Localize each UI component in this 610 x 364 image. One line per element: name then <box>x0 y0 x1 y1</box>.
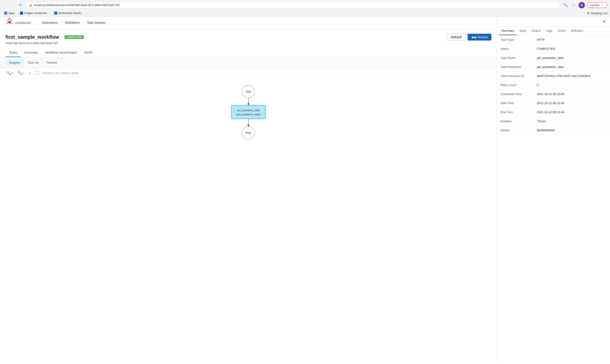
browser-toolbar: ← → ↻ 🔒 localhost:5000/execution/34587d6… <box>0 0 610 10</box>
detail-label: Scheduled Time <box>501 92 537 96</box>
logo-icon <box>5 18 13 28</box>
profile-button[interactable]: B <box>579 2 585 8</box>
forward-button[interactable]: → <box>10 2 16 8</box>
reading-list-label: Reading List <box>591 12 607 15</box>
detail-table: Task Type HTTP Status COMPLETED Task Nam… <box>497 35 610 135</box>
detail-value: 741ms <box>537 119 606 123</box>
side-tab-input[interactable]: Input <box>517 27 529 35</box>
restart-button[interactable]: ◀◀ Restart <box>467 34 491 40</box>
detail-row: Status COMPLETED <box>497 44 610 53</box>
sub-tab-diagram[interactable]: Diagram <box>5 60 24 66</box>
side-panel: ✕ Summary Input Output Logs JSON Definit… <box>497 16 610 363</box>
nav-links: Executions Definitions Task Queues <box>39 16 109 29</box>
apps-label: Apps <box>8 12 14 15</box>
detail-label: Retry Count <box>501 83 537 87</box>
bookmark-button[interactable]: ☆ <box>570 2 577 8</box>
tab-tasks[interactable]: Tasks <box>5 48 21 57</box>
workflow-title-row: first_sample_workflow COMPLETED Refresh … <box>5 34 491 40</box>
svg-line-3 <box>6 22 9 24</box>
side-tab-output[interactable]: Output <box>529 27 543 35</box>
detail-row: Start Time 2021-10-12 00:12:44 <box>497 99 610 108</box>
detail-value: COMPLETED <box>537 47 606 51</box>
side-tabs: Summary Input Output Logs JSON Definitio… <box>497 27 610 35</box>
detail-row: Task Type HTTP <box>497 35 610 44</box>
reading-list-icon: ☰ <box>587 12 590 15</box>
lock-icon: 🔒 <box>29 3 32 7</box>
detail-value: 2021-10-12 00:12:44 <box>537 110 606 114</box>
bookmarks-bar: Apps Images | Kubernet... Kubernetes Das… <box>0 10 610 16</box>
bookmark-apps[interactable]: Apps <box>3 11 16 15</box>
sub-tabs-bar: Diagram Task List Timeline <box>0 57 497 68</box>
home-button[interactable]: ⌂ <box>28 70 32 76</box>
browser-chrome: ← → ↻ 🔒 localhost:5000/execution/34587d6… <box>0 0 610 16</box>
detail-value: 3bdf7379-fd1c-47b7-b437-1fa7115d56c6 <box>537 74 606 78</box>
diagram-controls: 🔍+ 🔍− ⌂ ⛶ Shortcut: Ctrl + scroll to zoo… <box>0 68 497 78</box>
svg-rect-8 <box>231 105 265 119</box>
workflow-header: first_sample_workflow COMPLETED Refresh … <box>0 29 497 45</box>
detail-value: 8bcf6965fde8 <box>537 129 606 132</box>
detail-value: 2021-10-12 00:12:43 <box>537 92 606 96</box>
detail-label: Worker <box>501 129 537 132</box>
workflow-id: 34587d6f-d8c6-4f72-9854-6857ebfc73f7 <box>5 41 491 45</box>
shortcut-text: Shortcut: Ctrl + scroll to zoom <box>43 72 78 75</box>
detail-label: Task Name <box>501 56 537 60</box>
nav-executions[interactable]: Executions <box>39 16 61 29</box>
close-button[interactable]: ✕ <box>601 18 607 25</box>
side-tab-logs[interactable]: Logs <box>543 27 555 35</box>
app-nav: conductor Executions Definitions Task Qu… <box>0 16 497 29</box>
svg-text:get_population_data: get_population_data <box>237 109 260 112</box>
nav-task-queues[interactable]: Task Queues <box>83 16 109 29</box>
sub-tab-task-list[interactable]: Task List <box>24 60 43 66</box>
bookmark-images-kubernetes[interactable]: Images | Kubernet... <box>19 11 50 15</box>
svg-text:final: final <box>246 131 251 134</box>
main-content: conductor Executions Definitions Task Qu… <box>0 16 497 363</box>
url-text: localhost:5000/execution/34587d6f-d8c6-4… <box>34 3 557 7</box>
restart-icon: ◀◀ <box>471 35 476 39</box>
workflow-buttons: Refresh ◀◀ Restart <box>447 34 491 40</box>
images-kubernetes-label: Images | Kubernet... <box>24 12 49 15</box>
logo-text: conductor <box>15 21 31 25</box>
detail-value: 2021-10-12 00:12:44 <box>537 101 606 105</box>
detail-row: Duration 741ms <box>497 117 610 126</box>
images-kubernetes-favicon <box>20 12 23 15</box>
side-tab-definition[interactable]: Definition <box>568 27 586 35</box>
detail-label: Start Time <box>501 101 537 105</box>
side-tab-json[interactable]: JSON <box>555 27 568 35</box>
tab-summary[interactable]: Summary <box>21 48 42 57</box>
detail-row: Task Execution ID 3bdf7379-fd1c-47b7-b43… <box>497 72 610 81</box>
detail-value: 0 <box>537 83 606 87</box>
update-button[interactable]: Update ⋮ <box>587 2 607 8</box>
main-tabs-bar: Tasks Summary Workflow Input/Output JSON <box>0 48 497 57</box>
update-label: Update <box>590 3 600 7</box>
detail-row: Task Reference get_population_data <box>497 63 610 72</box>
refresh-button[interactable]: Refresh <box>447 34 466 40</box>
zoom-out-button[interactable]: 🔍− <box>16 70 25 76</box>
address-bar[interactable]: 🔒 localhost:5000/execution/34587d6f-d8c6… <box>25 2 560 8</box>
detail-label: Status <box>501 47 537 51</box>
fullscreen-button[interactable]: ⛶ <box>34 70 40 76</box>
svg-line-1 <box>7 19 10 21</box>
back-button[interactable]: ← <box>3 2 9 8</box>
side-tab-summary[interactable]: Summary <box>499 27 517 35</box>
diagram-area: start get_population_data (get_populatio… <box>0 78 497 169</box>
svg-line-2 <box>10 19 12 21</box>
browser-actions: 🔍 ☆ B Update ⋮ <box>562 2 607 8</box>
detail-label: Task Execution ID <box>501 74 537 78</box>
svg-text:(get_population_data): (get_population_data) <box>236 113 260 116</box>
reading-list-button[interactable]: ☰ Reading List <box>587 12 607 15</box>
search-button[interactable]: 🔍 <box>562 2 569 8</box>
bookmark-kubernetes-dash[interactable]: Kubernetes Dashb... <box>53 11 84 15</box>
tab-json[interactable]: JSON <box>80 48 96 57</box>
sub-tab-timeline[interactable]: Timeline <box>43 60 61 66</box>
workflow-title: first_sample_workflow <box>5 34 59 40</box>
detail-row: Scheduled Time 2021-10-12 00:12:43 <box>497 90 610 99</box>
tab-workflow-input-output[interactable]: Workflow Input/Output <box>42 48 80 57</box>
svg-text:start: start <box>246 90 251 93</box>
detail-value: HTTP <box>537 38 606 41</box>
detail-value: get_population_data <box>537 56 606 60</box>
zoom-in-button[interactable]: 🔍+ <box>5 70 14 76</box>
nav-definitions[interactable]: Definitions <box>61 16 83 29</box>
app-logo: conductor <box>5 18 31 28</box>
reload-button[interactable]: ↻ <box>17 2 24 8</box>
detail-value: get_population_data <box>537 65 606 69</box>
